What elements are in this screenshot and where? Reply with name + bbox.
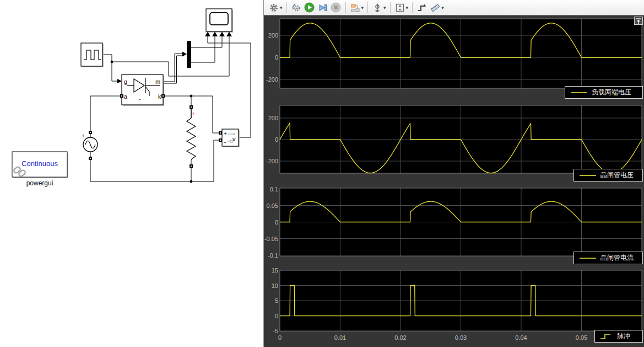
run-button[interactable] (303, 1, 316, 14)
y-tick-label: 10 (264, 282, 278, 290)
wire-thyristor-m-vector-2 (163, 56, 182, 83)
cursor-measurements-button[interactable] (415, 1, 429, 14)
y-tick-label: -200 (264, 76, 278, 83)
ac-voltage-source-block[interactable]: + (82, 131, 98, 160)
powergui-block-label: powergui (26, 179, 53, 187)
legend-pulse[interactable]: 脉冲 (594, 330, 643, 343)
y-tick-label: -0.05 (264, 235, 278, 243)
toolbar-separator (390, 2, 391, 13)
play-icon (304, 2, 315, 13)
settings-dropdown-caret[interactable]: ▾ (280, 1, 283, 14)
x-tick-label: 0.02 (388, 334, 413, 341)
scope-plot-area: 负载两端电压 晶闸管电压 晶闸管电流 脉冲 2000-2002000-2000.… (264, 15, 644, 347)
wire-demux-out2-to-scope (191, 36, 215, 62)
wire-bottom-rail (90, 140, 220, 181)
wire-thyristor-m-vector-1 (163, 54, 182, 82)
x-tick-label: 0.01 (328, 334, 353, 341)
scope-block[interactable] (205, 9, 233, 36)
legend-line-sample (579, 255, 597, 261)
resistor-polarity-plus: + (192, 111, 195, 117)
thyristor-block[interactable]: g m a k (120, 74, 165, 106)
legend-load-voltage[interactable]: 负载两端电压 (565, 86, 643, 99)
legend-line-sample (579, 173, 597, 178)
demux-block[interactable] (187, 41, 191, 68)
legend-thyristor-current[interactable]: 晶闸管电流 (573, 252, 643, 264)
vmeas-minus-label: - (224, 139, 226, 145)
port-label-g: g (124, 78, 127, 85)
resistor-block[interactable]: + (187, 105, 196, 168)
gear-icon (269, 3, 279, 13)
stop-button[interactable] (329, 1, 343, 14)
port-label-m: m (155, 78, 160, 85)
wire-pulse-to-scope (112, 36, 229, 76)
stop-icon (331, 2, 341, 13)
toolbar-separator (345, 2, 346, 13)
y-tick-label: 200 (264, 114, 278, 122)
y-tick-label: 0.1 (264, 185, 278, 193)
junction-dot (111, 61, 113, 63)
source-polarity-plus: + (82, 133, 85, 139)
x-tick-label: 0 (268, 334, 292, 341)
pulse-generator-block[interactable] (81, 43, 104, 67)
scope-toolbar: ▾ (264, 0, 644, 15)
blocks-icon (350, 3, 360, 13)
y-tick-label: 0 (264, 312, 278, 320)
x-tick-label: 0.05 (570, 334, 594, 341)
wire-demux-out1-to-scope (191, 36, 222, 47)
highlight-simulink-block-button[interactable] (349, 1, 362, 14)
screen: g m a k (0, 0, 644, 347)
toolbar-separator (286, 2, 287, 13)
simulink-model-canvas: g m a k (0, 0, 263, 347)
trigger-dropdown-caret[interactable]: ▾ (383, 1, 386, 14)
trigger-button[interactable] (371, 1, 384, 14)
legend-stair-sample (600, 333, 613, 340)
measurements-button[interactable] (429, 1, 442, 14)
y-tick-label: 0 (264, 136, 278, 143)
legend-line-sample (570, 90, 588, 95)
trigger-icon (372, 3, 382, 13)
vmeas-plus-label: + (224, 131, 227, 137)
step-forward-button[interactable] (316, 1, 329, 14)
x-tick-label: 0.03 (449, 334, 473, 341)
legend-label: 晶闸管电流 (600, 253, 634, 263)
y-tick-label: 0.05 (264, 202, 278, 210)
scale-axes-icon (395, 3, 405, 13)
dock-arrow-icon (635, 18, 642, 24)
wire-junctions (111, 52, 193, 183)
scale-axes-dropdown-caret[interactable]: ▾ (406, 1, 409, 14)
legend-label: 脉冲 (617, 332, 630, 341)
highlight-dropdown-caret[interactable]: ▾ (361, 1, 364, 14)
x-tick-label: 0.04 (509, 334, 533, 341)
settings-button[interactable] (267, 1, 280, 14)
scope-window: ▾ (263, 0, 644, 347)
toolbar-separator (412, 2, 413, 13)
y-tick-label: 0 (264, 54, 278, 61)
legend-label: 晶闸管电压 (600, 170, 634, 180)
y-tick-label: 200 (264, 31, 278, 39)
voltage-measurement-block[interactable]: + - v (219, 129, 240, 147)
dock-button[interactable] (634, 17, 643, 25)
junction-dot (190, 180, 193, 183)
signal-wires (90, 36, 251, 181)
powergui-block[interactable]: Continuous powergui (12, 152, 68, 187)
step-forward-icon (318, 3, 328, 13)
port-label-k: k (158, 93, 161, 100)
y-tick-label: 5 (264, 297, 278, 305)
scope-screen-icon (210, 13, 228, 25)
y-tick-label: -0.1 (264, 252, 278, 259)
powergui-type-text: Continuous (21, 159, 58, 168)
thyristor-dot (139, 99, 140, 100)
measurements-dropdown-caret[interactable]: ▾ (441, 1, 444, 14)
stepping-options-button[interactable] (290, 1, 303, 14)
toolbar-separator (367, 2, 368, 13)
vmeas-v-label: v (232, 136, 236, 142)
port-label-a: a (124, 93, 128, 100)
scale-axes-button[interactable] (393, 1, 407, 14)
legend-label: 负载两端电压 (592, 88, 631, 97)
wire-a-to-source (90, 96, 122, 137)
wire-pulse-to-gate (102, 55, 117, 81)
legend-thyristor-voltage[interactable]: 晶闸管电压 (573, 169, 643, 181)
y-tick-label: 15 (264, 266, 278, 274)
stepper-gear-icon (291, 3, 301, 13)
cursor-wave-icon (417, 3, 427, 13)
